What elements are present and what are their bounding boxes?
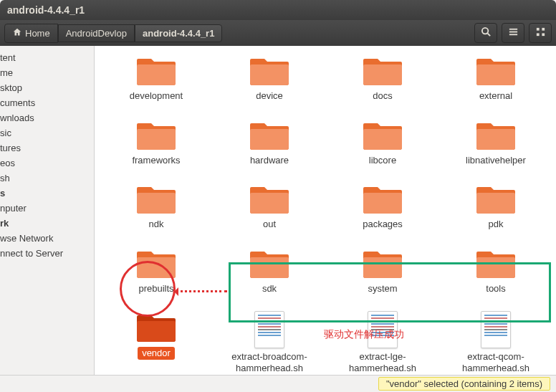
folder-item[interactable]: packages — [328, 183, 437, 230]
folder-icon — [249, 119, 289, 152]
view-list-button[interactable] — [502, 23, 524, 43]
folder-item[interactable]: external — [441, 54, 550, 102]
sidebar-heading: rk — [0, 216, 94, 231]
folder-label: frameworks — [132, 155, 180, 166]
folder-label: sdk — [262, 283, 277, 295]
folder-item[interactable]: pdk — [441, 183, 550, 230]
svg-rect-5 — [536, 27, 539, 30]
folder-icon — [476, 247, 516, 280]
breadcrumb-label: AndroidDevlop — [66, 28, 127, 39]
toolbar-actions — [474, 23, 552, 43]
folder-item[interactable]: prebuilts — [102, 247, 211, 295]
folder-label: system — [368, 283, 397, 295]
folder-item[interactable]: system — [328, 247, 437, 295]
folder-icon — [136, 247, 176, 280]
folder-item[interactable]: out — [215, 183, 324, 230]
sidebar-item[interactable]: eos — [0, 156, 94, 171]
folder-item[interactable]: development — [102, 54, 211, 102]
folder-icon — [476, 54, 516, 87]
folder-label: prebuilts — [138, 283, 173, 295]
sidebar-item[interactable]: sic — [0, 125, 94, 140]
file-label: extract-qcom-hammerhead.sh — [443, 351, 549, 373]
sidebar-item[interactable]: sktop — [0, 80, 94, 95]
folder-item[interactable]: tools — [441, 247, 550, 295]
search-icon — [481, 27, 492, 40]
folder-icon — [363, 183, 403, 216]
sidebar-item[interactable]: cuments — [0, 95, 94, 110]
folder-label: development — [130, 90, 183, 102]
svg-line-1 — [487, 33, 490, 36]
toolbar: Home AndroidDevlop android-4.4.4_r1 — [0, 20, 556, 46]
file-label: extract-lge-hammerhead.sh — [330, 351, 436, 373]
window-title: android-4.4.4_r1 — [7, 4, 85, 16]
folder-icon — [476, 183, 516, 216]
folder-label: libnativehelper — [466, 155, 526, 166]
sidebar-item[interactable]: wnloads — [0, 110, 94, 125]
sidebar-item[interactable]: nnect to Server — [0, 246, 94, 261]
svg-rect-8 — [542, 33, 545, 36]
sidebar-item[interactable]: nputer — [0, 201, 94, 216]
file-grid-area[interactable]: development device docs external framewo… — [95, 46, 556, 375]
folder-label: external — [479, 90, 512, 102]
folder-item[interactable]: frameworks — [102, 119, 211, 166]
folder-icon — [136, 54, 176, 87]
folder-label: tools — [486, 283, 505, 295]
sidebar-item[interactable]: sh — [0, 171, 94, 186]
folder-item[interactable]: libcore — [328, 119, 437, 166]
file-item[interactable]: extract-lge-hammerhead.sh — [328, 311, 437, 373]
file-label: extract-broadcom-hammerhead.sh — [216, 351, 322, 373]
folder-label: vendor — [138, 347, 175, 360]
folder-icon — [363, 119, 403, 152]
script-file-icon — [481, 311, 511, 348]
sidebar-item[interactable]: wse Network — [0, 231, 94, 246]
folder-label: libcore — [369, 155, 396, 166]
folder-label: hardware — [250, 155, 289, 166]
script-file-icon — [368, 311, 398, 348]
folder-icon — [136, 183, 176, 216]
window-titlebar: android-4.4.4_r1 — [0, 0, 556, 20]
folder-icon — [249, 183, 289, 216]
view-grid-button[interactable] — [529, 23, 552, 43]
svg-rect-2 — [509, 28, 517, 29]
folder-item-vendor[interactable]: vendor — [102, 311, 211, 373]
main-area: tent me sktop cuments wnloads sic tures … — [0, 46, 556, 375]
folder-label: docs — [373, 90, 392, 102]
sidebar-heading: s — [0, 186, 94, 201]
svg-rect-3 — [509, 31, 517, 32]
breadcrumb-segment-current[interactable]: android-4.4.4_r1 — [135, 24, 222, 42]
folder-item[interactable]: device — [215, 54, 324, 102]
folder-icon — [136, 311, 176, 344]
grid-icon — [535, 27, 546, 40]
statusbar: "vendor" selected (containing 2 items) — [0, 375, 556, 392]
breadcrumb: Home AndroidDevlop android-4.4.4_r1 — [4, 23, 222, 43]
breadcrumb-segment[interactable]: AndroidDevlop — [58, 24, 135, 42]
folder-item[interactable]: sdk — [215, 247, 324, 295]
folder-label: device — [256, 90, 283, 102]
sidebar: tent me sktop cuments wnloads sic tures … — [0, 46, 95, 375]
status-text: "vendor" selected (containing 2 items) — [378, 377, 550, 391]
svg-rect-6 — [542, 27, 545, 30]
search-button[interactable] — [474, 23, 497, 43]
sidebar-item[interactable]: me — [0, 65, 94, 80]
folder-item[interactable]: hardware — [215, 119, 324, 166]
folder-item[interactable]: ndk — [102, 183, 211, 230]
folder-label: ndk — [149, 219, 164, 230]
folder-item[interactable]: docs — [328, 54, 437, 102]
folder-icon — [249, 247, 289, 280]
folder-icon — [476, 119, 516, 152]
file-item[interactable]: extract-qcom-hammerhead.sh — [441, 311, 550, 373]
folder-icon — [363, 54, 403, 87]
svg-point-0 — [481, 27, 487, 33]
breadcrumb-label: android-4.4.4_r1 — [143, 28, 214, 39]
list-icon — [508, 27, 519, 40]
file-item[interactable]: extract-broadcom-hammerhead.sh — [215, 311, 324, 373]
folder-icon — [136, 119, 176, 152]
folder-icon — [363, 247, 403, 280]
folder-icon — [249, 54, 289, 87]
breadcrumb-home[interactable]: Home — [4, 24, 58, 43]
folder-item[interactable]: libnativehelper — [441, 119, 550, 166]
script-file-icon — [254, 311, 284, 348]
sidebar-item[interactable]: tent — [0, 50, 94, 65]
home-icon — [12, 27, 22, 39]
sidebar-item[interactable]: tures — [0, 140, 94, 156]
